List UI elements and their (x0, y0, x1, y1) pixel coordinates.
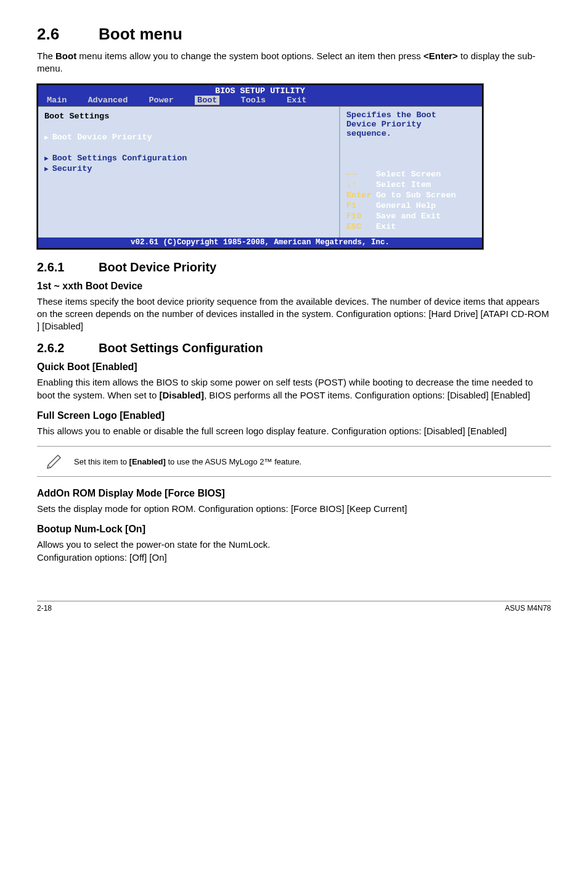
param-text: Sets the display mode for option ROM. Co… (37, 503, 551, 515)
key: Enter (346, 191, 376, 201)
text: to use the ASUS MyLogo 2™ feature. (166, 457, 301, 466)
text-bold: <Enter> (423, 51, 458, 61)
key: F10 (346, 212, 376, 222)
param-text: This allows you to enable or disable the… (37, 425, 551, 437)
bios-key-legend: ←→Select Screen ↓↑Select Item EnterGo to… (346, 170, 476, 232)
subsection-heading: 2.6.2Boot Settings Configuration (37, 341, 551, 355)
text-bold: [Enabled] (129, 457, 166, 466)
key-desc: Exit (376, 222, 396, 231)
param-heading: AddOn ROM Display Mode [Force BIOS] (37, 488, 551, 499)
bios-title: BIOS SETUP UTILITY (38, 85, 482, 96)
bios-tab-row: Main Advanced Power Boot Tools Exit (38, 96, 482, 106)
key-desc: Select Item (376, 180, 431, 189)
bios-tab-exit: Exit (287, 96, 306, 105)
subsection-number: 2.6.2 (37, 341, 99, 355)
bios-tab-tools: Tools (241, 96, 266, 105)
key-desc: General Help (376, 201, 436, 210)
intro-paragraph: The Boot menu items allow you to change … (37, 50, 551, 75)
param-text: Allows you to select the power-on state … (37, 538, 551, 564)
text: Set this item to (74, 457, 129, 466)
text: , BIOS performs all the POST items. Conf… (204, 390, 530, 400)
note-text: Set this item to [Enabled] to use the AS… (74, 457, 551, 466)
bios-left-header: Boot Settings (44, 112, 333, 121)
bios-body: Boot Settings Boot Device Priority Boot … (38, 106, 482, 237)
param-text: These items specify the boot device prio… (37, 295, 551, 333)
section-heading: 2.6Boot menu (37, 25, 551, 44)
key-desc: Save and Exit (376, 212, 441, 221)
param-heading: Quick Boot [Enabled] (37, 361, 551, 373)
param-text: Enabling this item allows the BIOS to sk… (37, 376, 551, 402)
bios-left-pane: Boot Settings Boot Device Priority Boot … (38, 107, 340, 237)
text: Configuration options: [Off] [On] (37, 552, 167, 563)
text: The (37, 51, 55, 61)
spacer (44, 143, 333, 152)
key: ↓↑ (346, 180, 376, 191)
bios-item-security: Security (44, 164, 333, 173)
page-number: 2-18 (37, 604, 52, 613)
key: ←→ (346, 170, 376, 180)
text: menu items allow you to change the syste… (76, 51, 423, 61)
key: ESC (346, 222, 376, 233)
section-title-text: Boot menu (99, 25, 182, 43)
bios-item-boot-settings-config: Boot Settings Configuration (44, 154, 333, 163)
bios-right-pane: Specifies the Boot Device Priority seque… (340, 107, 482, 237)
subsection-number: 2.6.1 (37, 260, 99, 274)
product-name: ASUS M4N78 (505, 604, 551, 613)
bios-screenshot: BIOS SETUP UTILITY Main Advanced Power B… (37, 84, 483, 249)
section-number: 2.6 (37, 25, 99, 44)
subsection-heading: 2.6.1Boot Device Priority (37, 260, 551, 274)
bios-desc-line: sequence. (346, 129, 476, 138)
subsection-title: Boot Settings Configuration (99, 341, 263, 355)
bios-desc-line: Device Priority (346, 120, 476, 129)
bios-tab-power: Power (149, 96, 174, 105)
bios-tab-boot: Boot (195, 96, 219, 105)
bios-footer: v02.61 (C)Copyright 1985-2008, American … (38, 237, 482, 248)
page-footer: 2-18 ASUS M4N78 (37, 601, 551, 613)
bios-desc-line: Specifies the Boot (346, 110, 476, 120)
note-box: Set this item to [Enabled] to use the AS… (37, 446, 551, 477)
spacer (44, 122, 333, 131)
subsection-title: Boot Device Priority (99, 260, 216, 274)
param-heading: Bootup Num-Lock [On] (37, 524, 551, 535)
param-heading: 1st ~ xxth Boot Device (37, 281, 551, 292)
bios-tab-advanced: Advanced (88, 96, 128, 105)
key-desc: Go to Sub Screen (376, 191, 456, 200)
bios-tab-main: Main (47, 96, 67, 105)
bios-item-boot-device-priority: Boot Device Priority (44, 133, 333, 142)
param-heading: Full Screen Logo [Enabled] (37, 410, 551, 421)
pencil-icon (37, 450, 74, 472)
text: Allows you to select the power-on state … (37, 539, 271, 550)
key: F1 (346, 201, 376, 212)
text-bold: [Disabled] (159, 390, 204, 400)
text-bold: Boot (55, 51, 76, 61)
key-desc: Select Screen (376, 170, 441, 179)
